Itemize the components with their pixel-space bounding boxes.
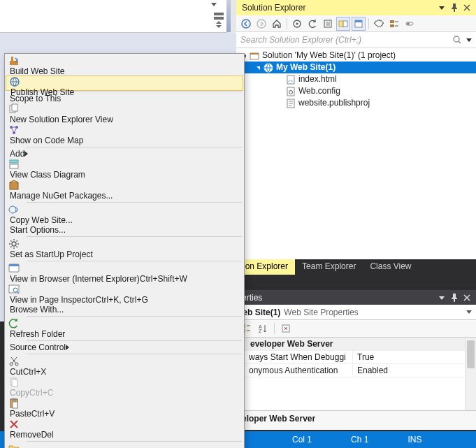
menu-separator [27,354,242,354]
prop-row[interactable]: onymous AuthenticationEnabled [236,364,476,377]
window-menu-icon[interactable] [435,1,448,14]
pin-icon[interactable] [448,1,461,14]
back-icon[interactable] [239,17,253,31]
properties-titlebar[interactable]: erties [236,291,476,305]
copy-site-icon [6,204,22,215]
window-menu-icon[interactable] [435,291,448,304]
menu-item-shortcut: Del [41,430,54,440]
view-icon[interactable] [387,17,401,31]
home-icon[interactable] [270,17,284,31]
alphabetical-icon[interactable]: AZ [256,321,270,335]
tree-arrow-icon[interactable] [253,62,263,73]
close-icon[interactable] [461,1,473,14]
refresh-icon[interactable] [305,17,319,31]
object-name: /eb Site(1) [240,308,280,317]
tree-file-node[interactable]: Web.config [236,85,476,97]
forward-icon[interactable] [254,17,268,31]
menu-item-label: View in Browser (Internet Explorer) [6,274,140,284]
menu-item-show-on-code-map[interactable]: Show on Code Map [6,124,243,145]
menu-item-start-options[interactable]: Start Options... [6,225,243,235]
expand-icon[interactable] [214,21,224,28]
copy-icon [6,377,22,388]
close-icon[interactable] [461,291,473,304]
svg-rect-6 [12,104,17,111]
publish-icon [6,76,23,87]
tree-label: My Web Site(1) [276,62,336,73]
menu-item-scope-to-this[interactable]: Scope to This [6,94,243,103]
properties-icon[interactable] [372,17,386,31]
menu-item-remove[interactable]: RemoveDel [6,419,243,440]
menu-item-cut[interactable]: CutCtrl+X [6,356,243,377]
solution-tree[interactable]: Solution 'My Web Site(1)' (1 project) My… [236,48,476,259]
menu-item-view-class-diagram[interactable]: View Class Diagram [6,159,243,180]
menu-item-open-folder-in-file-explorer[interactable]: Open Folder in File Explorer [6,443,243,448]
menu-item-build-web-site[interactable]: Build Web Site [6,55,243,76]
solution-explorer-toolbar [236,15,476,32]
svg-point-38 [407,22,410,25]
menu-item-label: Remove [6,430,41,440]
browser-icon [6,263,22,274]
menu-item-new-solution-explorer-view[interactable]: New Solution Explorer View [6,103,243,124]
svg-rect-12 [10,182,18,189]
menu-separator [27,316,242,317]
search-placeholder: Search Solution Explorer (Ctrl+;) [240,35,452,45]
scrollbar[interactable] [465,338,476,410]
scrollbar-thumb[interactable] [467,340,475,368]
search-icon [452,35,462,45]
prop-value[interactable]: Enabled [352,364,476,377]
tree-file-node[interactable]: <>index.html [236,73,476,85]
toggle-icon[interactable] [403,17,417,31]
menu-item-label: Browse With... [6,305,64,315]
menu-item-add[interactable]: Add [6,149,243,159]
menu-item-publish-web-site[interactable]: Publish Web Site [6,75,243,91]
tree-solution-node[interactable]: Solution 'My Web Site(1)' (1 project) [236,50,476,62]
tree-file-node[interactable]: website.publishproj [236,97,476,109]
menu-item-browse-with[interactable]: Browse With... [6,305,243,315]
menu-item-refresh-folder[interactable]: Refresh Folder [6,318,243,339]
menu-item-label: Add [6,149,24,159]
menu-item-paste[interactable]: PasteCtrl+V [6,398,243,419]
split-icon[interactable] [214,13,224,20]
svg-rect-35 [390,20,394,23]
menu-item-view-in-browser-internet-explorer[interactable]: View in Browser (Internet Explorer)Ctrl+… [6,263,243,284]
status-ch: Ch 1 [331,435,388,445]
menu-item-set-as-startup-project[interactable]: Set as StartUp Project [6,238,243,259]
prop-value[interactable]: True [352,351,476,363]
prop-row[interactable]: ways Start When DebuggiTrue [236,351,476,364]
preview-icon[interactable] [352,17,366,31]
category-label: eveloper Web Server [247,338,476,350]
tab-class-view[interactable]: Class View [363,259,418,275]
property-pages-icon[interactable] [279,321,293,335]
tree-project-node[interactable]: My Web Site(1) [236,62,476,73]
svg-rect-34 [355,20,362,22]
status-col: Col 1 [273,435,331,445]
solution-explorer-panel: Solution Explorer Search Solution Explor… [236,0,476,275]
menu-item-source-control[interactable]: Source Control [6,342,243,352]
sync-icon[interactable] [290,17,304,31]
menu-item-copy-web-site[interactable]: Copy Web Site... [6,204,243,225]
menu-item-view-in-page-inspector[interactable]: View in Page InspectorCtrl+K, Ctrl+G [6,284,243,305]
solution-explorer-titlebar[interactable]: Solution Explorer [236,0,476,15]
properties-grid[interactable]: ▾eveloper Web Serverways Start When Debu… [236,338,476,410]
editor-dropdown-icon[interactable] [211,3,217,6]
collapse-icon[interactable] [321,17,335,31]
tab-solution-explorer[interactable]: ion Explorer [236,259,295,275]
search-dropdown-icon[interactable] [466,38,472,42]
editor-stub [0,0,227,33]
svg-rect-0 [214,13,224,15]
properties-object-selector[interactable]: /eb Site(1) Web Site Properties [236,305,476,320]
tab-team-explorer[interactable]: Team Explorer [295,259,363,275]
svg-point-14 [12,242,16,246]
menu-item-label: Show on Code Map [6,136,83,145]
show-all-icon[interactable] [336,17,350,31]
menu-item-label: View Class Diagram [6,170,85,180]
prop-category[interactable]: ▾eveloper Web Server [236,338,476,351]
pin-icon[interactable] [448,291,461,304]
solution-explorer-search[interactable]: Search Solution Explorer (Ctrl+;) [236,32,476,48]
menu-item-label: Paste [6,409,31,419]
toolbar-sep [287,18,287,29]
svg-rect-10 [10,160,18,163]
menu-item-manage-nuget-packages[interactable]: Manage NuGet Packages... [6,180,243,201]
html-file-icon: <> [285,74,296,85]
svg-rect-22 [12,380,17,386]
